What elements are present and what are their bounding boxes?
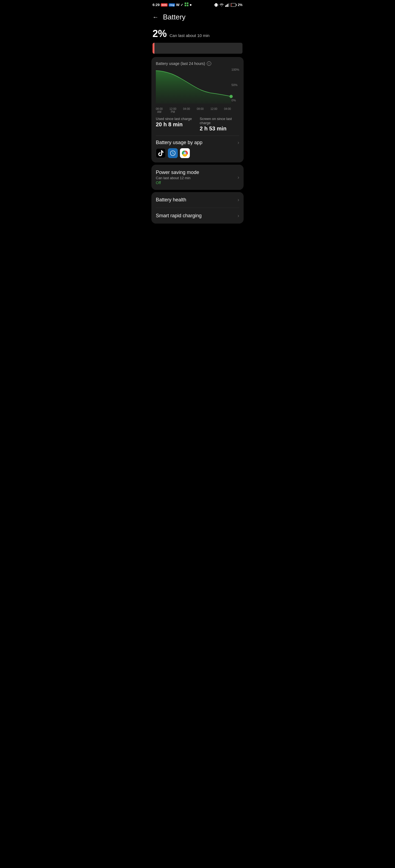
app-icons-row [156,148,239,158]
used-value: 20 h 8 min [156,121,195,128]
vibrate-icon [214,3,218,7]
battery-bar-fill [152,43,154,54]
svg-rect-12 [236,4,236,6]
battery-by-app-header[interactable]: Battery usage by app › [156,140,239,146]
battery-usage-card: Battery usage (last 24 hours) i 100% 50%… [151,57,244,162]
battery-health-card[interactable]: Battery health › Smart rapid charging › [151,192,244,224]
svg-rect-9 [227,4,228,7]
by-app-title: Battery usage by app [156,140,202,146]
tiktok-app-icon [156,148,166,158]
status-bar: 6:29 SOS ring W ✓ [148,0,247,8]
power-saving-content: Power saving mode Can last about 12 min … [156,169,237,185]
page-header: ← Battery [148,8,247,24]
svg-rect-8 [226,5,227,7]
status-left: 6:29 SOS ring W ✓ [152,2,192,7]
svg-rect-6 [218,4,218,6]
chart-svg [156,68,239,103]
chart-label-50: 50% [231,83,239,87]
battery-chart: 100% 50% 0% [156,68,239,106]
time-display: 6:29 [152,3,160,7]
page-title: Battery [163,13,186,21]
usage-stats-row: Used since last charge 20 h 8 min Screen… [156,117,239,132]
svg-rect-13 [231,4,231,6]
battery-health-content: Battery health [156,197,237,203]
sos-badge: SOS [161,3,168,7]
svg-point-20 [184,153,186,154]
battery-health-title: Battery health [156,197,237,203]
check-icon: ✓ [180,3,183,7]
notification-dot [190,4,192,6]
usage-section-title: Battery usage (last 24 hours) i [156,61,239,66]
time-label-5: 12:00 [210,107,217,114]
battery-percent-status: 2% [238,3,243,7]
battery-percentage: 2% [152,28,167,39]
by-app-chevron: › [237,140,239,146]
power-saving-title: Power saving mode [156,169,237,175]
chart-x-labels: 08:00AM 12:00PM 04:00 08:00 12:00 04:00 [156,107,239,114]
power-saving-status: Off [156,181,237,185]
status-right: 2% [214,3,243,7]
cyber-app-icon [168,148,178,158]
power-saving-subtitle: Can last about 12 min [156,176,237,180]
signal-icon [225,3,230,7]
smart-charging-item[interactable]: Smart rapid charging › [151,208,244,224]
battery-health-item[interactable]: Battery health › [151,192,244,208]
svg-rect-3 [187,5,189,6]
time-label-2: 12:00PM [170,107,176,114]
power-saving-card[interactable]: Power saving mode Can last about 12 min … [151,165,244,190]
svg-rect-1 [187,2,189,4]
svg-rect-0 [185,2,186,4]
battery-health-chevron: › [237,197,239,203]
time-label-4: 08:00 [197,107,203,114]
battery-bar-container [152,43,243,54]
ring-badge: ring [169,3,175,7]
battery-percentage-section: 2% Can last about 10 min [148,24,247,42]
time-label-1: 08:00AM [156,107,163,114]
grid-icon [184,2,189,7]
used-since-charge: Used since last charge 20 h 8 min [156,117,195,132]
smart-charging-chevron: › [237,213,239,219]
power-saving-chevron: › [237,175,239,180]
screen-label: Screen on since lastcharge [200,117,239,125]
power-saving-item[interactable]: Power saving mode Can last about 12 min … [151,165,244,190]
info-icon[interactable]: i [207,61,211,66]
w-icon: W [176,3,179,7]
back-button[interactable]: ← [152,14,159,20]
svg-rect-7 [225,5,226,7]
wifi-icon [219,3,224,7]
chart-label-100: 100% [231,68,239,71]
used-label: Used since last charge [156,117,195,121]
svg-rect-10 [228,3,229,7]
card-divider [156,135,239,136]
smart-charging-content: Smart rapid charging [156,213,237,219]
screen-value: 2 h 53 min [200,125,239,132]
battery-status-icon [231,3,237,7]
battery-time-remaining: Can last about 10 min [170,33,209,38]
time-label-6: 04:00 [224,107,231,114]
chart-y-labels: 100% 50% 0% [231,68,239,106]
svg-rect-2 [185,5,186,6]
screen-on-charge: Screen on since lastcharge 2 h 53 min [200,117,239,132]
svg-rect-4 [215,3,217,7]
usage-title-text: Battery usage (last 24 hours) [156,61,205,66]
chrome-app-icon [180,148,190,158]
time-label-3: 04:00 [183,107,190,114]
svg-rect-5 [214,4,215,6]
chart-label-0: 0% [231,99,239,102]
smart-charging-title: Smart rapid charging [156,213,237,219]
